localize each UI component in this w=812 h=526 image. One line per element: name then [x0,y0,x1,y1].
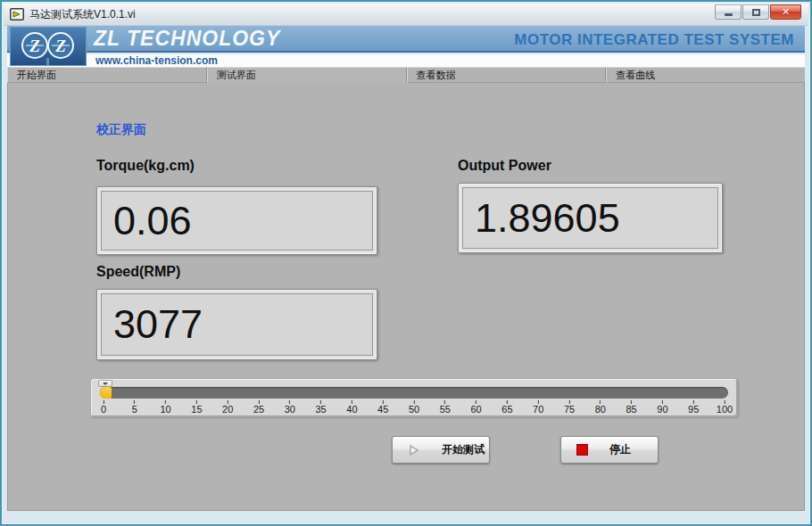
speed-value: 3077 [113,301,203,348]
company-logo: Z Z [11,28,86,65]
titlebar[interactable]: 马达测试系统V1.0.1.vi ✕ [4,4,808,26]
maximize-icon [752,9,760,16]
tab-view-curve[interactable]: 查看曲线 [606,67,805,83]
window-title: 马达测试系统V1.0.1.vi [29,7,136,22]
slider-tick-10: 10 [160,400,170,415]
start-test-button[interactable]: 开始测试 [392,436,490,464]
tab-label: 查看曲线 [616,69,655,82]
website-strip: www.china-tension.com [7,54,805,67]
slider-pointer[interactable] [98,380,112,387]
system-title: MOTOR INTEGRATED TEST SYSTEM [514,31,794,49]
close-icon: ✕ [782,7,790,17]
output-power-label: Output Power [458,158,551,174]
stop-label: 停止 [609,442,631,457]
slider-tick-65: 65 [501,400,512,415]
slider-tick-85: 85 [626,400,636,415]
play-icon [408,444,420,456]
output-power-display: 1.89605 [458,183,723,253]
slider-handle[interactable] [100,387,112,399]
minimize-button[interactable] [715,4,742,20]
tab-view-data[interactable]: 查看数据 [407,67,607,83]
tab-label: 测试界面 [217,69,256,82]
slider-tick-95: 95 [688,400,699,415]
slider-tick-60: 60 [470,400,481,415]
tab-label: 查看数据 [417,69,456,82]
website-url: www.china-tension.com [95,54,218,67]
slider-tick-25: 25 [253,400,264,415]
slider-tick-45: 45 [377,400,388,415]
close-button[interactable]: ✕ [770,4,801,20]
slider-tick-70: 70 [533,400,543,415]
slider-tick-35: 35 [315,400,326,415]
slider-tick-5: 5 [132,400,137,415]
slider-tick-100: 100 [717,400,733,415]
stop-button[interactable]: 停止 [560,436,659,464]
app-window: 马达测试系统V1.0.1.vi ✕ ZL TECHNOLOGY MOTOR IN… [0,0,812,526]
slider-tick-40: 40 [346,400,357,415]
torque-display: 0.06 [96,186,377,255]
output-power-value: 1.89605 [475,195,620,242]
content-area: 校正界面 Torque(kg.cm) 0.06 Output Power 1.8… [7,83,805,511]
tab-label: 开始界面 [17,69,56,82]
start-test-label: 开始测试 [442,442,485,457]
speed-label: Speed(RMP) [96,264,180,280]
torque-label: Torque(kg.cm) [96,158,195,174]
load-slider[interactable]: 0510152025303540455055606570758085909510… [90,378,738,417]
company-name: ZL TECHNOLOGY [94,27,280,51]
maximize-button[interactable] [742,4,769,20]
app-icon [10,7,24,21]
stop-icon [576,444,588,456]
slider-tick-80: 80 [595,400,606,415]
slider-tick-50: 50 [409,400,419,415]
tab-start-screen[interactable]: 开始界面 [7,67,207,83]
header-band: ZL TECHNOLOGY MOTOR INTEGRATED TEST SYST… [7,26,805,53]
slider-tick-90: 90 [657,400,667,415]
slider-scale: 0510152025303540455055606570758085909510… [104,400,725,416]
slider-track[interactable] [100,387,728,399]
slider-tick-20: 20 [222,400,233,415]
slider-tick-15: 15 [191,400,202,415]
slider-tick-55: 55 [440,400,451,415]
slider-tick-30: 30 [285,400,295,415]
speed-display: 3077 [96,289,377,360]
caption-buttons: ✕ [714,4,801,20]
minimize-icon [725,13,733,16]
tab-bar: 开始界面测试界面查看数据查看曲线 [7,67,805,83]
tab-test-screen[interactable]: 测试界面 [207,67,407,83]
slider-tick-75: 75 [564,400,575,415]
calibration-link[interactable]: 校正界面 [96,122,146,138]
slider-tick-0: 0 [101,400,106,415]
torque-value: 0.06 [113,198,192,244]
